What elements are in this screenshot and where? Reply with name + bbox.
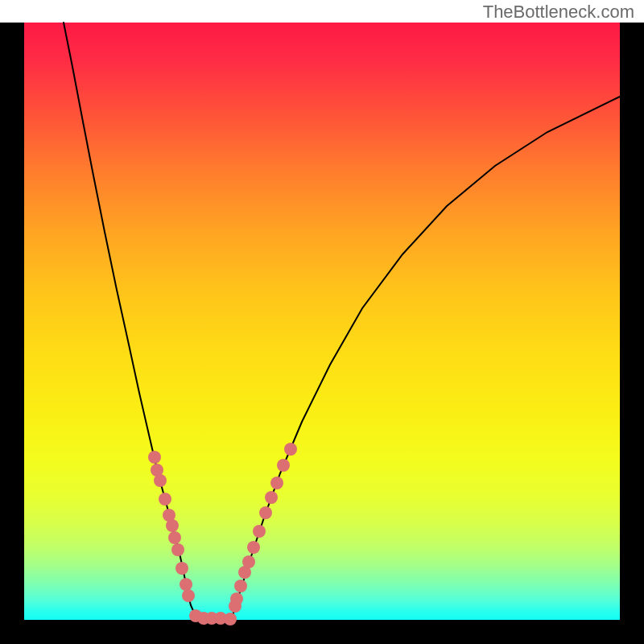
pink-dot — [180, 578, 192, 591]
pink-dot — [168, 531, 181, 544]
pink-dot — [277, 459, 290, 472]
pink-dot — [265, 491, 278, 504]
pink-dot — [159, 493, 171, 506]
chart-frame: TheBottleneck.com — [0, 0, 644, 644]
pink-dot — [234, 580, 247, 592]
pink-dot — [148, 451, 161, 464]
pink-dot — [175, 562, 188, 575]
pink-dot — [154, 474, 167, 487]
pink-dot — [224, 613, 237, 625]
pink-dot — [253, 525, 266, 538]
pink-dot — [171, 543, 184, 556]
pink-dot — [242, 555, 255, 568]
pink-dot — [247, 541, 260, 554]
pink-dot — [182, 589, 195, 602]
plot-outer-black-border — [0, 23, 644, 644]
plot-gradient-area — [24, 23, 620, 620]
pink-dot — [230, 592, 243, 605]
left-curve — [64, 23, 200, 618]
right-curve — [232, 97, 620, 618]
pink-dots-layer — [148, 443, 297, 625]
curves-layer — [24, 23, 620, 620]
pink-dot — [259, 506, 272, 519]
watermark-text: TheBottleneck.com — [483, 2, 634, 23]
pink-dot — [166, 519, 179, 532]
pink-dot — [270, 477, 283, 489]
pink-dot — [284, 443, 297, 456]
